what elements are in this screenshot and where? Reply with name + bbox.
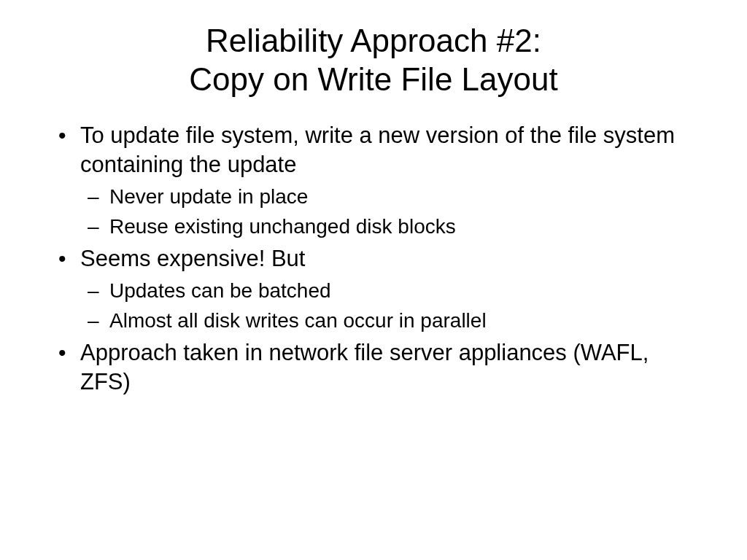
sub-bullet-text: Never update in place bbox=[109, 185, 308, 208]
bullet-text: To update file system, write a new versi… bbox=[80, 122, 675, 177]
bullet-item: To update file system, write a new versi… bbox=[51, 121, 696, 240]
sub-bullet-list: Never update in place Reuse existing unc… bbox=[80, 184, 696, 240]
bullet-item: Approach taken in network file server ap… bbox=[51, 338, 696, 397]
sub-bullet-list: Updates can be batched Almost all disk w… bbox=[80, 278, 696, 334]
bullet-list: To update file system, write a new versi… bbox=[51, 121, 696, 397]
sub-bullet-item: Never update in place bbox=[80, 184, 696, 210]
bullet-text: Seems expensive! But bbox=[80, 246, 305, 271]
slide-content: To update file system, write a new versi… bbox=[51, 121, 696, 397]
bullet-text: Approach taken in network file server ap… bbox=[80, 340, 649, 394]
sub-bullet-item: Almost all disk writes can occur in para… bbox=[80, 308, 696, 334]
sub-bullet-item: Updates can be batched bbox=[80, 278, 696, 304]
title-line-1: Reliability Approach #2: bbox=[51, 22, 696, 61]
sub-bullet-text: Reuse existing unchanged disk blocks bbox=[109, 215, 456, 238]
slide-title: Reliability Approach #2: Copy on Write F… bbox=[51, 22, 696, 99]
sub-bullet-text: Updates can be batched bbox=[109, 279, 331, 302]
bullet-item: Seems expensive! But Updates can be batc… bbox=[51, 244, 696, 334]
title-line-2: Copy on Write File Layout bbox=[51, 61, 696, 99]
sub-bullet-item: Reuse existing unchanged disk blocks bbox=[80, 214, 696, 240]
sub-bullet-text: Almost all disk writes can occur in para… bbox=[109, 309, 487, 332]
